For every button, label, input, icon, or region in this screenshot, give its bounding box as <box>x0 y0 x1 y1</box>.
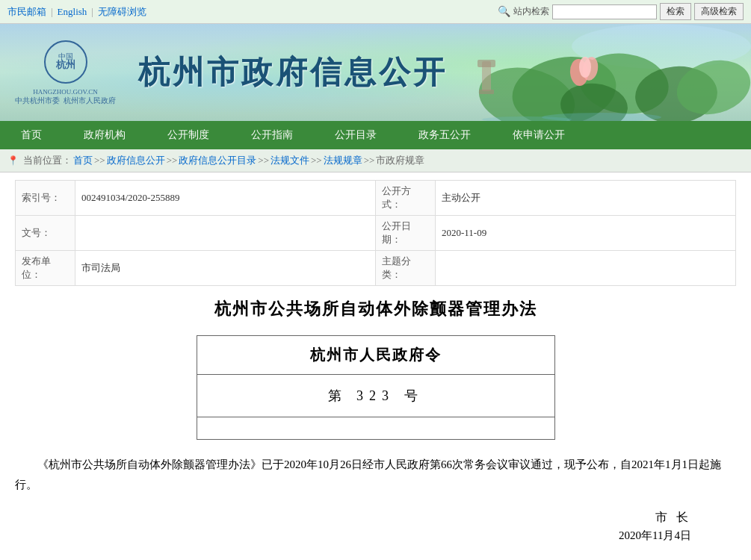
nav-item-guide[interactable]: 公开指南 <box>230 121 314 149</box>
content-area: 索引号： 002491034/2020-255889 公开方式： 主动公开 文号… <box>0 172 751 550</box>
top-bar: 市民邮箱 | English | 无障碍浏览 🔍 站内检索 检索 高级检索 <box>0 0 751 24</box>
document-title: 杭州市公共场所自动体外除颤器管理办法 <box>15 298 736 320</box>
publish-date-value: 2020-11-09 <box>436 216 736 251</box>
search-label: 站内检索 <box>513 5 549 18</box>
signature-title: 市 长 <box>15 510 691 526</box>
svg-text:杭州: 杭州 <box>55 59 75 70</box>
breadcrumb-gov-info[interactable]: 政府信息公开 <box>107 154 165 167</box>
info-table: 索引号： 002491034/2020-255889 公开方式： 主动公开 文号… <box>15 180 736 286</box>
site-title: 杭州市政府信息公开 <box>131 52 448 93</box>
sep1: | <box>51 6 53 18</box>
publish-method-value: 主动公开 <box>436 181 736 216</box>
logo-sub: 中共杭州市委 杭州市人民政府 <box>15 96 116 106</box>
doc-number-label: 文号： <box>16 216 75 251</box>
nav-item-catalog[interactable]: 公开目录 <box>314 121 398 149</box>
nav-item-system[interactable]: 公开制度 <box>146 121 230 149</box>
topic-label: 主题分类： <box>376 251 436 286</box>
header-banner: 中国 杭州 HANGZHOU.GOV.CN 中共杭州市委 杭州市人民政府 杭州市… <box>0 24 751 121</box>
breadcrumb-icon: 📍 <box>7 155 19 167</box>
access-link[interactable]: 无障碍浏览 <box>98 5 146 19</box>
order-box-divider <box>197 417 554 439</box>
nav-item-home[interactable]: 首页 <box>0 121 63 149</box>
mail-link[interactable]: 市民邮箱 <box>7 5 46 19</box>
logo-area: 中国 杭州 HANGZHOU.GOV.CN 中共杭州市委 杭州市人民政府 <box>0 32 131 113</box>
nav-item-gov5[interactable]: 政务五公开 <box>398 121 492 149</box>
nav-item-org[interactable]: 政府机构 <box>63 121 146 149</box>
sep: >> <box>311 155 322 167</box>
breadcrumb: 📍 当前位置： 首页 >> 政府信息公开 >> 政府信息公开目录 >> 法规文件… <box>0 149 751 172</box>
order-box-header: 杭州市人民政府令 <box>197 336 554 375</box>
english-link[interactable]: English <box>58 6 87 18</box>
sep2: | <box>91 6 93 18</box>
publish-date-label: 公开日期： <box>376 216 436 251</box>
search-input[interactable] <box>552 4 657 19</box>
publish-method-label: 公开方式： <box>376 181 436 216</box>
breadcrumb-home[interactable]: 首页 <box>73 154 93 167</box>
breadcrumb-regulations[interactable]: 法规规章 <box>324 154 362 167</box>
breadcrumb-catalog[interactable]: 政府信息公开目录 <box>179 154 256 167</box>
order-number: 第 323 号 <box>197 375 554 417</box>
body-text: 《杭州市公共场所自动体外除颤器管理办法》已于2020年10月26日经市人民政府第… <box>15 455 736 495</box>
signature-area: 市 长 2020年11月4日 <box>15 510 736 543</box>
doc-number-value <box>75 216 376 251</box>
sep: >> <box>94 155 105 167</box>
sep: >> <box>167 155 178 167</box>
breadcrumb-current: 市政府规章 <box>376 154 424 167</box>
topic-value <box>436 251 736 286</box>
index-value: 002491034/2020-255889 <box>75 181 376 216</box>
navigation: 首页 政府机构 公开制度 公开指南 公开目录 政务五公开 依申请公开 <box>0 121 751 149</box>
advanced-search-button[interactable]: 高级检索 <box>694 3 744 20</box>
signature-date: 2020年11月4日 <box>15 529 691 543</box>
search-area: 🔍 站内检索 检索 高级检索 <box>498 3 744 20</box>
search-button[interactable]: 检索 <box>660 3 691 20</box>
search-icon: 🔍 <box>498 5 510 18</box>
logo-url: HANGZHOU.GOV.CN <box>33 88 97 96</box>
nav-item-request[interactable]: 依申请公开 <box>492 121 586 149</box>
sep: >> <box>364 155 375 167</box>
publisher-value: 市司法局 <box>75 251 376 286</box>
breadcrumb-prefix: 当前位置： <box>23 154 72 167</box>
index-label: 索引号： <box>16 181 75 216</box>
breadcrumb-laws[interactable]: 法规文件 <box>271 154 309 167</box>
site-logo: 中国 杭州 <box>40 40 92 88</box>
publisher-label: 发布单位： <box>16 251 75 286</box>
order-box: 杭州市人民政府令 第 323 号 <box>197 335 555 440</box>
sep: >> <box>258 155 269 167</box>
